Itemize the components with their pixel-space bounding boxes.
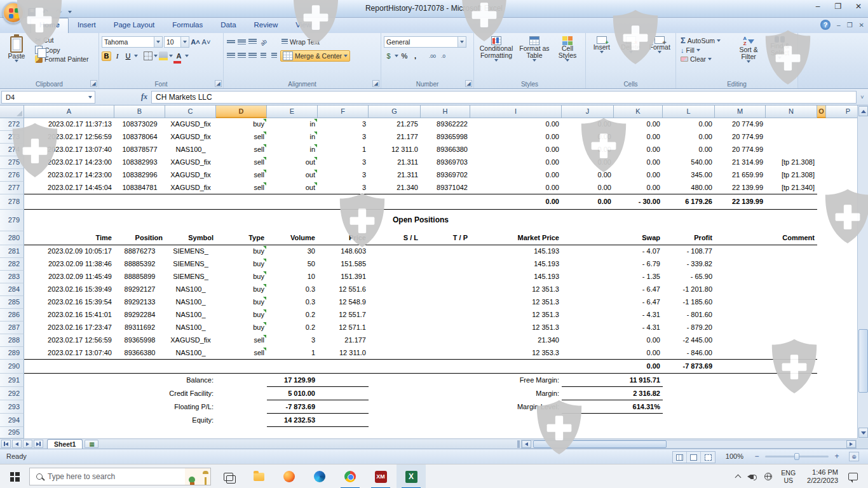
row-header-287[interactable]: 287 [0,322,24,334]
cell-C283[interactable]: SIEMENS_ [165,271,216,283]
cell-K274[interactable]: 0.00 [614,144,663,156]
cell-K275[interactable]: 0.00 [614,156,663,169]
cell-J292[interactable] [562,387,614,400]
cell-K286[interactable]: - 4.31 [614,309,663,322]
cell-I275[interactable]: 0.00 [470,156,562,169]
column-header-J[interactable]: J [562,105,614,118]
cell-A289[interactable]: 2023.02.17 13:07:40 [24,347,114,360]
column-header-C[interactable]: C [165,105,216,118]
sheet-tab-sheet1[interactable]: Sheet1 [47,439,83,449]
cell-B277[interactable]: 108384781 [114,182,165,194]
formula-input[interactable]: CH Markets LLC [151,91,857,104]
redo-icon[interactable]: ↷ [54,6,64,18]
zoom-slider-thumb[interactable] [794,453,799,460]
task-view-button[interactable] [214,464,243,488]
row-header-293[interactable]: 293 [0,400,24,414]
scroll-up-icon[interactable] [858,106,868,116]
close-button[interactable]: ✕ [853,2,864,11]
cell-L281[interactable]: - 108.77 [663,245,715,258]
cell-C285[interactable]: NAS100_ [165,296,216,309]
cell-E284[interactable]: 0.3 [267,283,318,296]
cell-D273[interactable]: sell [216,131,267,144]
row-header-276[interactable]: 276 [0,169,24,182]
percent-format-icon[interactable]: % [400,51,409,61]
cell-G272[interactable]: 21.275 [369,118,421,131]
page-break-view-icon[interactable] [701,452,715,463]
cell-I282[interactable]: 145.193 [470,258,562,271]
scroll-left-icon[interactable] [522,440,531,448]
zoom-to-selection-icon[interactable]: ⊕ [849,452,859,461]
cell-L287[interactable]: - 879.20 [663,322,715,334]
cell-F280[interactable]: Price [318,231,369,245]
sheet-nav-first-icon[interactable] [1,440,11,448]
cell-C286[interactable]: NAS100_ [165,309,216,322]
copy-button[interactable]: Copy [33,45,90,55]
cell-L280[interactable]: Profit [663,231,715,245]
horizontal-scroll-thumb[interactable] [533,440,667,448]
cell-K292[interactable]: 2 316.82 [614,387,663,400]
cell-A281[interactable]: 2023.02.09 10:05:17 [24,245,114,258]
column-header-L[interactable]: L [663,105,715,118]
page-layout-view-icon[interactable] [687,452,701,463]
cell-M275[interactable]: 21 314.99 [715,156,766,169]
increase-indent-icon[interactable] [269,51,279,61]
align-center-icon[interactable] [237,51,247,61]
cell-B287[interactable]: 89311692 [114,322,165,334]
cell-D288[interactable]: sell [216,334,267,347]
insert-worksheet-icon[interactable]: ▦ [85,440,98,448]
format-cells-button[interactable]: ✦ Format [646,35,673,79]
cell-A274[interactable]: 2023.02.17 13:07:40 [24,144,114,156]
cell-I289[interactable]: 12 353.3 [470,347,562,360]
cell-L284[interactable]: -1 201.80 [663,283,715,296]
column-header-F[interactable]: F [318,105,369,118]
font-dialog-launcher[interactable]: ◢ [215,80,222,87]
cell-E291[interactable]: 17 129.99 [267,374,318,387]
cell-E294[interactable]: 14 232.53 [267,414,318,427]
cell-B284[interactable]: 89292127 [114,283,165,296]
find-select-button[interactable]: Find & Select [765,35,795,64]
cell-A287[interactable]: 2023.02.16 17:23:47 [24,322,114,334]
zoom-level[interactable]: 100% [726,452,743,460]
borders-icon[interactable] [144,51,153,60]
grow-font-button[interactable]: A˄ [191,37,200,47]
cell-I292[interactable]: Margin: [470,387,562,400]
clear-button[interactable]: Clear [679,55,732,64]
cell-L289[interactable]: - 846.00 [663,347,715,360]
cell-K282[interactable]: - 6.79 [614,258,663,271]
cell-I273[interactable]: 0.00 [470,131,562,144]
cell-E287[interactable]: 0.2 [267,322,318,334]
tab-insert[interactable]: Insert [69,18,105,33]
workbook-restore-icon[interactable]: ❐ [847,22,853,29]
cell-D277[interactable]: sell [216,182,267,194]
cell-E292[interactable]: 5 010.00 [267,387,318,400]
cell-E274[interactable]: in [267,144,318,156]
volume-icon[interactable] [745,475,761,479]
row-header-294[interactable]: 294 [0,414,24,427]
cell-K289[interactable]: 0.00 [614,347,663,360]
delete-cells-button[interactable]: × Delete [618,35,644,79]
cell-F287[interactable]: 12 571.1 [318,322,369,334]
cell-F273[interactable]: 3 [318,131,369,144]
row-header-275[interactable]: 275 [0,156,24,169]
cell-A285[interactable]: 2023.02.16 15:39:54 [24,296,114,309]
column-header-D[interactable]: D [216,105,267,118]
fill-color-icon[interactable] [159,51,168,60]
paste-button[interactable]: Paste [3,35,31,64]
row-header-273[interactable]: 273 [0,131,24,144]
cell-D284[interactable]: buy [216,283,267,296]
insert-cells-button[interactable]: + Insert [588,35,615,79]
cell-G276[interactable]: 21.311 [369,169,421,182]
cell-C281[interactable]: SIEMENS_ [165,245,216,258]
decrease-decimal-icon[interactable]: .0 [438,51,448,61]
cell-K283[interactable]: - 1.35 [614,271,663,283]
cell-H275[interactable]: 89369703 [421,156,470,169]
cell-J274[interactable]: 0.00 [562,144,614,156]
cell-J277[interactable]: 0.00 [562,182,614,194]
help-icon[interactable]: ? [820,20,831,30]
cell-D286[interactable]: buy [216,309,267,322]
cell-B275[interactable]: 108382993 [114,156,165,169]
cell-E288[interactable]: 3 [267,334,318,347]
cell-C276[interactable]: XAGUSD_fix [165,169,216,182]
column-header-P[interactable]: P [826,105,857,118]
cell-B280[interactable]: Position [114,231,165,245]
